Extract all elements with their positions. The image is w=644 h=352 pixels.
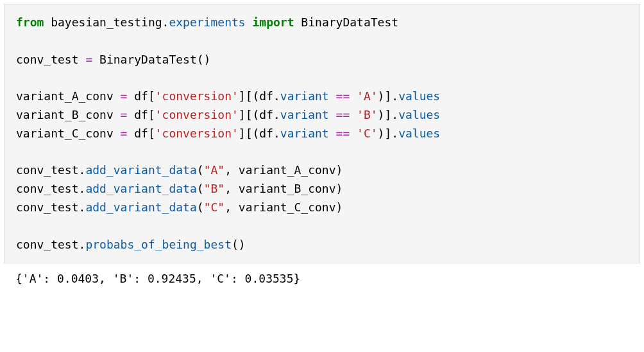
dot: . [273,108,280,121]
method-add-variant-data: add_variant_data [85,182,196,195]
space [329,108,336,121]
dot: . [79,163,86,177]
paren-open: ( [197,182,204,195]
assign-left: variant_A_conv [16,89,121,103]
code-text: ][(df [239,89,273,103]
attr-values: values [398,89,440,103]
op-assign: = [121,89,128,103]
space [350,108,357,121]
code-block: from bayesian_testing.experiments import… [4,4,640,263]
call-args: , variant_A_conv) [225,163,343,177]
attr-values: values [398,127,440,140]
string-literal: "B" [204,182,225,195]
dot: . [391,127,398,140]
output-block: {'A': 0.0403, 'B': 0.92435, 'C': 0.03535… [4,267,640,297]
op-assign: = [121,127,128,140]
imported-name: BinaryDataTest [294,15,399,29]
dot: . [79,182,86,195]
op-eqeq: == [336,89,350,103]
string-literal: 'A' [357,89,378,103]
attr-values: values [398,108,440,121]
method-add-variant-data: add_variant_data [85,200,196,214]
dot: . [79,238,86,251]
attr-variant: variant [280,108,329,121]
string-literal: 'C' [357,127,378,140]
dot: . [273,127,280,140]
paren-open: ( [197,163,204,177]
method-probabs-of-being-best: probabs_of_being_best [85,238,232,251]
assign-left: variant_C_conv [16,127,121,140]
op-eqeq: == [336,127,350,140]
assign-right: BinaryDataTest() [92,53,210,66]
space [350,127,357,140]
code-text: df[ [127,108,155,121]
submodule: experiments [169,15,245,29]
assign-left: variant_B_conv [16,108,121,121]
dot: . [391,108,398,121]
call-args: , variant_C_conv) [225,200,343,214]
code-text: df[ [127,127,155,140]
keyword-from: from [16,15,44,29]
paren-open: ( [197,200,204,214]
method-add-variant-data: add_variant_data [85,163,196,177]
string-literal: 'conversion' [155,108,239,121]
string-literal: 'conversion' [155,127,239,140]
op-assign: = [85,53,92,66]
object-name: conv_test [16,200,79,214]
attr-variant: variant [280,127,329,140]
dot: . [391,89,398,103]
call-args: , variant_B_conv) [225,182,343,195]
string-literal: "A" [204,163,225,177]
parens: () [232,238,246,251]
op-assign: = [121,108,128,121]
string-literal: 'conversion' [155,89,239,103]
output-text: {'A': 0.0403, 'B': 0.92435, 'C': 0.03535… [15,272,300,285]
code-text: ][(df [239,108,273,121]
module-path: bayesian_testing [44,15,162,29]
code-text: )] [378,108,392,121]
attr-variant: variant [280,89,329,103]
dot: . [79,200,86,214]
dot: . [273,89,280,103]
dot: . [162,15,169,29]
keyword-import: import [253,15,294,29]
space [246,15,253,29]
space [329,89,336,103]
object-name: conv_test [16,182,79,195]
string-literal: 'B' [357,108,378,121]
string-literal: "C" [204,200,225,214]
space [329,127,336,140]
object-name: conv_test [16,163,79,177]
op-eqeq: == [336,108,350,121]
object-name: conv_test [16,238,79,251]
code-text: )] [378,89,392,103]
code-text: ][(df [239,127,273,140]
assign-left: conv_test [16,53,85,66]
code-text: df[ [127,89,155,103]
space [350,89,357,103]
code-text: )] [378,127,392,140]
